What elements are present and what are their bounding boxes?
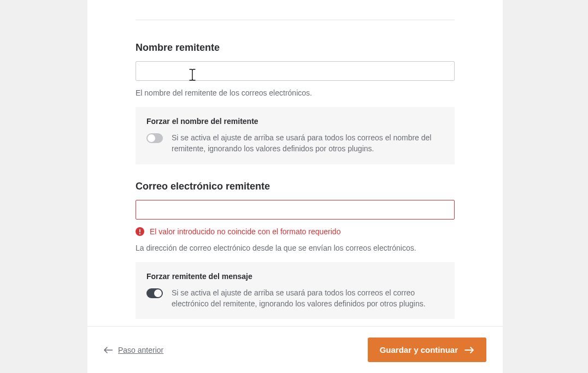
divider — [136, 20, 455, 20]
save-continue-label: Guardar y continuar — [380, 345, 458, 354]
footer: Paso anterior Guardar y continuar — [87, 326, 503, 373]
sender-name-label: Nombre remitente — [136, 42, 455, 54]
force-sender-name-title: Forzar el nombre del remitente — [146, 117, 444, 126]
arrow-right-icon — [464, 347, 474, 353]
settings-panel: Nombre remitente El nombre del remitente… — [87, 0, 503, 326]
sender-email-help: La dirección de correo electrónico desde… — [136, 244, 455, 252]
force-sender-email-desc: Si se activa el ajuste de arriba se usar… — [172, 287, 444, 310]
svg-rect-1 — [139, 229, 140, 232]
force-sender-email-toggle[interactable] — [146, 288, 163, 298]
sender-email-section: Correo electrónico remitente El valor in… — [136, 181, 455, 319]
sender-name-input[interactable] — [136, 61, 455, 81]
force-sender-name-desc: Si se activa el ajuste de arriba se usar… — [172, 132, 444, 155]
error-icon — [136, 227, 144, 236]
sender-name-help: El nombre del remitente de los correos e… — [136, 88, 455, 97]
back-link-label: Paso anterior — [118, 346, 163, 354]
sender-email-label: Correo electrónico remitente — [136, 181, 455, 192]
save-continue-button[interactable]: Guardar y continuar — [368, 338, 486, 362]
sender-email-input[interactable] — [136, 200, 455, 220]
sender-email-error: El valor introducido no coincide con el … — [136, 227, 455, 236]
sender-email-error-text: El valor introducido no coincide con el … — [150, 227, 340, 236]
sender-name-section: Nombre remitente El nombre del remitente… — [136, 42, 455, 164]
back-link[interactable]: Paso anterior — [104, 346, 163, 354]
force-sender-name-card: Forzar el nombre del remitente Si se act… — [136, 107, 455, 164]
force-sender-name-toggle[interactable] — [146, 133, 163, 143]
force-sender-email-card: Forzar remitente del mensaje Si se activ… — [136, 262, 455, 319]
svg-point-2 — [139, 233, 140, 234]
arrow-left-icon — [104, 347, 113, 353]
force-sender-email-title: Forzar remitente del mensaje — [146, 272, 444, 281]
